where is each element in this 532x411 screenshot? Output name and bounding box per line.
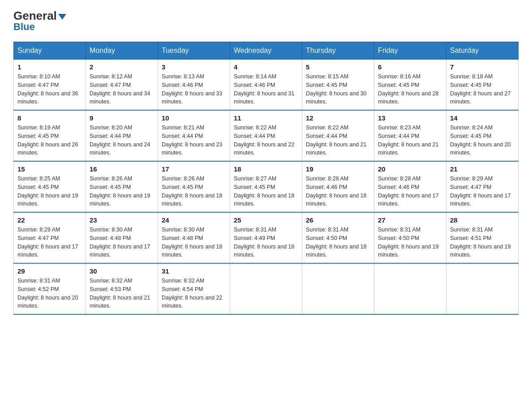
day-info: Sunrise: 8:28 AMSunset: 4:46 PMDaylight:…	[306, 175, 370, 208]
day-info: Sunrise: 8:24 AMSunset: 4:45 PMDaylight:…	[450, 124, 515, 157]
day-info: Sunrise: 8:26 AMSunset: 4:45 PMDaylight:…	[90, 175, 154, 208]
day-info: Sunrise: 8:30 AMSunset: 4:48 PMDaylight:…	[90, 226, 154, 259]
page-header: General Blue	[13, 9, 519, 33]
day-info: Sunrise: 8:31 AMSunset: 4:52 PMDaylight:…	[17, 277, 82, 310]
day-info: Sunrise: 8:32 AMSunset: 4:53 PMDaylight:…	[90, 277, 154, 310]
day-number: 20	[378, 165, 442, 173]
day-info: Sunrise: 8:30 AMSunset: 4:48 PMDaylight:…	[162, 226, 226, 259]
calendar-cell: 18 Sunrise: 8:27 AMSunset: 4:45 PMDaylig…	[230, 161, 302, 212]
calendar-cell: 6 Sunrise: 8:16 AMSunset: 4:45 PMDayligh…	[374, 60, 446, 111]
day-info: Sunrise: 8:29 AMSunset: 4:47 PMDaylight:…	[17, 226, 82, 259]
day-number: 12	[306, 114, 370, 122]
day-info: Sunrise: 8:27 AMSunset: 4:45 PMDaylight:…	[234, 175, 298, 208]
calendar-cell: 20 Sunrise: 8:28 AMSunset: 4:46 PMDaylig…	[374, 161, 446, 212]
calendar-cell: 2 Sunrise: 8:12 AMSunset: 4:47 PMDayligh…	[86, 60, 158, 111]
calendar-cell: 30 Sunrise: 8:32 AMSunset: 4:53 PMDaylig…	[86, 263, 158, 314]
day-number: 5	[306, 63, 370, 71]
day-number: 21	[450, 165, 515, 173]
calendar-week-row: 1 Sunrise: 8:10 AMSunset: 4:47 PMDayligh…	[14, 60, 519, 111]
day-number: 24	[162, 216, 226, 224]
day-info: Sunrise: 8:15 AMSunset: 4:45 PMDaylight:…	[306, 73, 370, 106]
day-info: Sunrise: 8:31 AMSunset: 4:50 PMDaylight:…	[306, 226, 370, 259]
calendar-cell: 9 Sunrise: 8:20 AMSunset: 4:44 PMDayligh…	[86, 110, 158, 161]
day-info: Sunrise: 8:19 AMSunset: 4:45 PMDaylight:…	[17, 124, 82, 157]
calendar-week-row: 15 Sunrise: 8:25 AMSunset: 4:45 PMDaylig…	[14, 161, 519, 212]
header-sunday: Sunday	[14, 42, 86, 60]
day-info: Sunrise: 8:32 AMSunset: 4:54 PMDaylight:…	[162, 277, 226, 310]
day-number: 19	[306, 165, 370, 173]
calendar-cell: 10 Sunrise: 8:21 AMSunset: 4:44 PMDaylig…	[158, 110, 230, 161]
calendar-cell: 21 Sunrise: 8:29 AMSunset: 4:47 PMDaylig…	[446, 161, 519, 212]
day-number: 2	[90, 63, 154, 71]
day-info: Sunrise: 8:14 AMSunset: 4:46 PMDaylight:…	[234, 73, 298, 106]
calendar-cell: 12 Sunrise: 8:22 AMSunset: 4:44 PMDaylig…	[302, 110, 374, 161]
day-info: Sunrise: 8:12 AMSunset: 4:47 PMDaylight:…	[90, 73, 154, 106]
day-number: 30	[90, 267, 154, 275]
calendar-cell	[446, 263, 519, 314]
calendar-cell: 25 Sunrise: 8:31 AMSunset: 4:49 PMDaylig…	[230, 212, 302, 263]
logo: General Blue	[13, 9, 67, 33]
logo-arrow-icon	[58, 14, 66, 20]
day-number: 14	[450, 114, 515, 122]
day-number: 7	[450, 63, 515, 71]
day-info: Sunrise: 8:29 AMSunset: 4:47 PMDaylight:…	[450, 175, 515, 208]
calendar-cell: 7 Sunrise: 8:18 AMSunset: 4:45 PMDayligh…	[446, 60, 519, 111]
calendar-cell: 29 Sunrise: 8:31 AMSunset: 4:52 PMDaylig…	[14, 263, 86, 314]
header-wednesday: Wednesday	[230, 42, 302, 60]
calendar-cell	[374, 263, 446, 314]
calendar-cell: 13 Sunrise: 8:23 AMSunset: 4:44 PMDaylig…	[374, 110, 446, 161]
day-number: 15	[17, 165, 82, 173]
calendar-cell: 17 Sunrise: 8:26 AMSunset: 4:45 PMDaylig…	[158, 161, 230, 212]
day-info: Sunrise: 8:28 AMSunset: 4:46 PMDaylight:…	[378, 175, 442, 208]
day-info: Sunrise: 8:31 AMSunset: 4:51 PMDaylight:…	[450, 226, 515, 259]
day-number: 31	[162, 267, 226, 275]
day-info: Sunrise: 8:22 AMSunset: 4:44 PMDaylight:…	[234, 124, 298, 157]
day-number: 8	[17, 114, 82, 122]
day-info: Sunrise: 8:22 AMSunset: 4:44 PMDaylight:…	[306, 124, 370, 157]
day-info: Sunrise: 8:25 AMSunset: 4:45 PMDaylight:…	[17, 175, 82, 208]
day-number: 22	[17, 216, 82, 224]
calendar-cell: 8 Sunrise: 8:19 AMSunset: 4:45 PMDayligh…	[14, 110, 86, 161]
day-info: Sunrise: 8:13 AMSunset: 4:46 PMDaylight:…	[162, 73, 226, 106]
calendar-cell: 27 Sunrise: 8:31 AMSunset: 4:50 PMDaylig…	[374, 212, 446, 263]
day-number: 13	[378, 114, 442, 122]
day-number: 6	[378, 63, 442, 71]
calendar-cell: 5 Sunrise: 8:15 AMSunset: 4:45 PMDayligh…	[302, 60, 374, 111]
calendar-cell: 16 Sunrise: 8:26 AMSunset: 4:45 PMDaylig…	[86, 161, 158, 212]
calendar-cell: 14 Sunrise: 8:24 AMSunset: 4:45 PMDaylig…	[446, 110, 519, 161]
header-saturday: Saturday	[446, 42, 519, 60]
day-number: 18	[234, 165, 298, 173]
day-info: Sunrise: 8:31 AMSunset: 4:49 PMDaylight:…	[234, 226, 298, 259]
day-info: Sunrise: 8:16 AMSunset: 4:45 PMDaylight:…	[378, 73, 442, 106]
logo-blue-text: Blue	[13, 21, 35, 33]
calendar-table: SundayMondayTuesdayWednesdayThursdayFrid…	[13, 42, 519, 315]
calendar-cell: 22 Sunrise: 8:29 AMSunset: 4:47 PMDaylig…	[14, 212, 86, 263]
header-friday: Friday	[374, 42, 446, 60]
calendar-cell: 24 Sunrise: 8:30 AMSunset: 4:48 PMDaylig…	[158, 212, 230, 263]
day-info: Sunrise: 8:20 AMSunset: 4:44 PMDaylight:…	[90, 124, 154, 157]
calendar-cell: 26 Sunrise: 8:31 AMSunset: 4:50 PMDaylig…	[302, 212, 374, 263]
day-info: Sunrise: 8:26 AMSunset: 4:45 PMDaylight:…	[162, 175, 226, 208]
calendar-cell	[230, 263, 302, 314]
calendar-cell: 28 Sunrise: 8:31 AMSunset: 4:51 PMDaylig…	[446, 212, 519, 263]
day-number: 4	[234, 63, 298, 71]
header-thursday: Thursday	[302, 42, 374, 60]
day-info: Sunrise: 8:18 AMSunset: 4:45 PMDaylight:…	[450, 73, 515, 106]
day-number: 23	[90, 216, 154, 224]
calendar-cell: 23 Sunrise: 8:30 AMSunset: 4:48 PMDaylig…	[86, 212, 158, 263]
calendar-week-row: 29 Sunrise: 8:31 AMSunset: 4:52 PMDaylig…	[14, 263, 519, 314]
day-number: 26	[306, 216, 370, 224]
day-number: 29	[17, 267, 82, 275]
day-number: 3	[162, 63, 226, 71]
calendar-week-row: 8 Sunrise: 8:19 AMSunset: 4:45 PMDayligh…	[14, 110, 519, 161]
calendar-cell: 15 Sunrise: 8:25 AMSunset: 4:45 PMDaylig…	[14, 161, 86, 212]
calendar-cell: 3 Sunrise: 8:13 AMSunset: 4:46 PMDayligh…	[158, 60, 230, 111]
calendar-cell: 4 Sunrise: 8:14 AMSunset: 4:46 PMDayligh…	[230, 60, 302, 111]
day-number: 11	[234, 114, 298, 122]
header-monday: Monday	[86, 42, 158, 60]
day-info: Sunrise: 8:23 AMSunset: 4:44 PMDaylight:…	[378, 124, 442, 157]
calendar-header-row: SundayMondayTuesdayWednesdayThursdayFrid…	[14, 42, 519, 60]
calendar-cell: 31 Sunrise: 8:32 AMSunset: 4:54 PMDaylig…	[158, 263, 230, 314]
day-info: Sunrise: 8:21 AMSunset: 4:44 PMDaylight:…	[162, 124, 226, 157]
day-number: 27	[378, 216, 442, 224]
